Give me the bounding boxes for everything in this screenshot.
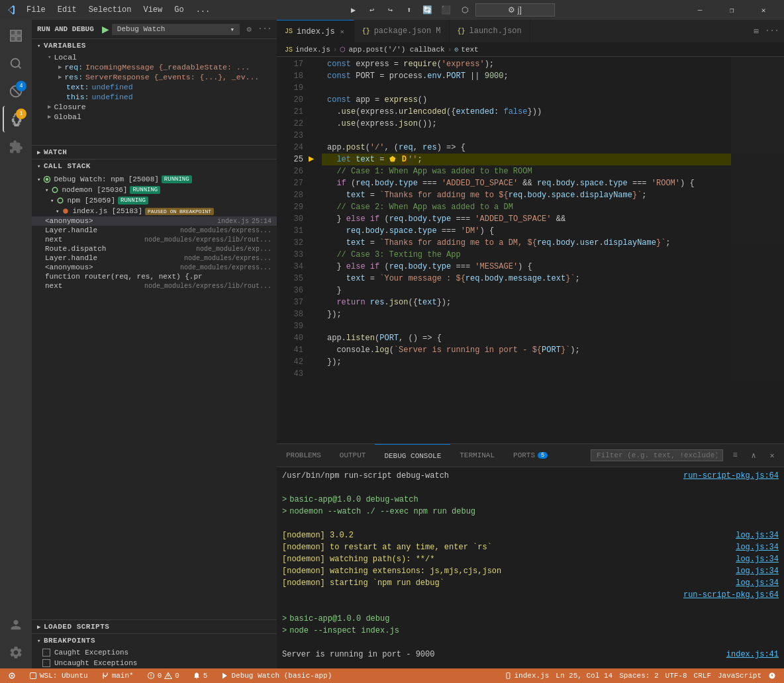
menu-bar: File Edit Selection View Go ... <box>21 4 215 16</box>
activity-search[interactable] <box>3 50 29 77</box>
debug-stepover-btn[interactable]: ↩ <box>364 2 380 18</box>
activity-explorer[interactable] <box>3 23 29 49</box>
tab-indexjs[interactable]: JS index.js ✕ <box>277 20 354 43</box>
console-link-nodemon5[interactable]: log.js:34 <box>736 577 779 589</box>
settings-gear-btn[interactable]: ⚙ <box>242 23 256 36</box>
stack-frame-router[interactable]: function router(req, res, next) {.pr <box>32 272 277 281</box>
breadcrumb-indexjs[interactable]: index.js <box>295 46 330 54</box>
maximize-btn[interactable]: ❐ <box>716 0 747 20</box>
code-editor[interactable]: 17 18 19 20 21 22 23 24 25 26 27 28 29 3… <box>277 57 784 443</box>
console-link-1[interactable]: run-script-pkg.js:64 <box>683 470 779 482</box>
breakpoint-uncaught[interactable]: Uncaught Exceptions <box>32 658 277 668</box>
stack-frame-routedispatch[interactable]: Route.dispatch node_modules/exp... <box>32 244 277 253</box>
more-tabs-btn[interactable]: ··· <box>765 24 779 38</box>
callstack-nodemon-header[interactable]: ▾ nodemon [25036] RUNNING <box>32 185 277 195</box>
status-debug-icon[interactable] <box>5 668 19 683</box>
console-filter-input[interactable] <box>591 449 723 461</box>
debug-continue-btn[interactable]: ▶ <box>346 2 362 18</box>
menu-go[interactable]: Go <box>169 4 189 16</box>
menu-view[interactable]: View <box>138 4 168 16</box>
stack-frame-layerhandle1[interactable]: Layer.handle node_modules/express... <box>32 226 277 235</box>
search-input[interactable] <box>475 3 555 17</box>
minimize-btn[interactable]: — <box>685 0 715 20</box>
console-link-nodemon4[interactable]: log.js:34 <box>736 565 779 577</box>
status-debug-label[interactable]: Debug Watch (basic-app) <box>218 668 334 683</box>
stack-frame-anonymous2[interactable]: <anonymous> node_modules/express... <box>32 263 277 272</box>
debug-stop-btn[interactable]: ⬛ <box>438 2 454 18</box>
debug-stepin-btn[interactable]: ↪ <box>383 2 399 18</box>
panel-close-btn[interactable]: ✕ <box>765 449 779 462</box>
status-branch[interactable]: main* <box>99 668 136 683</box>
code-line-20: const app = express() <box>322 94 731 106</box>
breakpoints-header[interactable]: ▾ BREAKPOINTS <box>32 634 277 647</box>
tab-indexjs-close[interactable]: ✕ <box>339 26 346 37</box>
var-res[interactable]: ▶ res: ServerResponse {_events: {...}, _… <box>37 72 277 82</box>
split-editor-btn[interactable]: ⊞ <box>750 24 763 38</box>
status-wsl[interactable]: WSL: Ubuntu <box>26 668 91 683</box>
callstack-npm-header[interactable]: ▾ npm [25059] RUNNING <box>32 195 277 206</box>
close-btn[interactable]: ✕ <box>748 0 779 20</box>
debug-restart-btn[interactable]: 🔄 <box>420 2 436 18</box>
console-link-nodemon3[interactable]: log.js:34 <box>736 553 779 565</box>
panel-tab-problems[interactable]: PROBLEMS <box>277 444 330 467</box>
tab-packagejson[interactable]: {} package.json M <box>354 20 450 43</box>
status-line-ending[interactable]: CRLF <box>691 668 714 683</box>
panel-tab-terminal[interactable]: TERMINAL <box>450 444 504 467</box>
more-options-btn[interactable]: ··· <box>258 23 271 36</box>
global-section[interactable]: ▶ Global <box>45 112 277 122</box>
console-link-nodemon1[interactable]: log.js:34 <box>736 529 779 541</box>
status-position[interactable]: Ln 25, Col 14 <box>553 668 615 683</box>
caught-checkbox[interactable] <box>42 649 50 657</box>
debug-stepout-btn[interactable]: ⬆ <box>401 2 417 18</box>
activity-git[interactable]: 4 <box>3 78 29 105</box>
breakpoint-caught[interactable]: Caught Exceptions <box>32 647 277 658</box>
menu-more[interactable]: ... <box>191 4 216 16</box>
activity-extensions[interactable] <box>3 134 29 160</box>
play-icon <box>220 672 228 680</box>
status-spaces[interactable]: Spaces: 2 <box>616 668 661 683</box>
debug-config-select[interactable]: Debug Watch ▾ <box>112 24 240 35</box>
stack-frame-next1[interactable]: next node_modules/express/lib/rout... <box>32 235 277 244</box>
status-alerts[interactable]: 5 <box>190 668 211 683</box>
var-req[interactable]: ▶ req: IncomingMessage {_readableState: … <box>37 62 277 72</box>
console-link-blank[interactable]: run-script-pkg.js:64 <box>683 589 779 601</box>
panel-tab-output[interactable]: OUTPUT <box>330 444 375 467</box>
panel-tab-debugconsole[interactable]: DEBUG CONSOLE <box>375 444 450 467</box>
status-language[interactable]: JavaScript <box>715 668 764 683</box>
var-text[interactable]: text: undefined <box>37 82 277 92</box>
closure-section[interactable]: ▶ Closure <box>45 102 277 112</box>
console-link-nodemon2[interactable]: log.js:34 <box>736 541 779 553</box>
menu-file[interactable]: File <box>21 4 51 16</box>
filter-options-btn[interactable]: ≡ <box>728 449 742 462</box>
status-indexjs[interactable]: index.js <box>503 668 552 683</box>
status-notifications[interactable] <box>765 668 779 683</box>
tab-launchjson[interactable]: {} launch.json <box>450 20 530 43</box>
status-errors[interactable]: 0 0 <box>144 668 182 683</box>
local-section[interactable]: ▾ Local <box>45 52 277 62</box>
breadcrumb-callback[interactable]: app.post('/') callback <box>348 46 444 54</box>
variables-section-header[interactable]: ▾ VARIABLES <box>32 39 277 52</box>
activity-debug[interactable]: 1 <box>3 106 29 132</box>
stack-frame-next2[interactable]: next node_modules/express/lib/rout... <box>32 281 277 291</box>
panel-maximize-btn[interactable]: ∧ <box>747 449 760 462</box>
console-link-server[interactable]: index.js:41 <box>726 649 779 660</box>
menu-edit[interactable]: Edit <box>52 4 82 16</box>
menu-selection[interactable]: Selection <box>83 4 137 16</box>
var-this[interactable]: this: undefined <box>37 92 277 102</box>
activity-settings[interactable] <box>3 639 29 666</box>
panel-tab-ports[interactable]: PORTS 5 <box>504 444 557 467</box>
callstack-debugwatch-header[interactable]: ▾ Debug Watch: npm [25008] RUNNING <box>32 174 277 185</box>
debug-more-btn[interactable]: ⬡ <box>457 2 473 18</box>
status-encoding[interactable]: UTF-8 <box>663 668 690 683</box>
callstack-section-header[interactable]: ▾ CALL STACK <box>32 159 277 173</box>
stack-frame-layerhandle2[interactable]: Layer.handle node_modules/expres... <box>32 253 277 263</box>
callstack-indexjs-header[interactable]: ▾ index.js [25183] PAUSED ON BREAKPOINT <box>32 206 277 216</box>
breadcrumb-text[interactable]: text <box>461 46 478 54</box>
stack-frame-anonymous[interactable]: <anonymous> index.js 25:14 <box>32 216 277 226</box>
loaded-scripts-header[interactable]: ▶ LOADED SCRIPTS <box>32 620 277 633</box>
activity-account[interactable] <box>3 612 29 638</box>
code-content[interactable]: const express = require('express'); cons… <box>322 57 731 443</box>
watch-section-header[interactable]: ▶ WATCH <box>32 146 277 159</box>
run-play-btn[interactable]: ▶ <box>102 24 109 34</box>
uncaught-checkbox[interactable] <box>42 659 50 667</box>
